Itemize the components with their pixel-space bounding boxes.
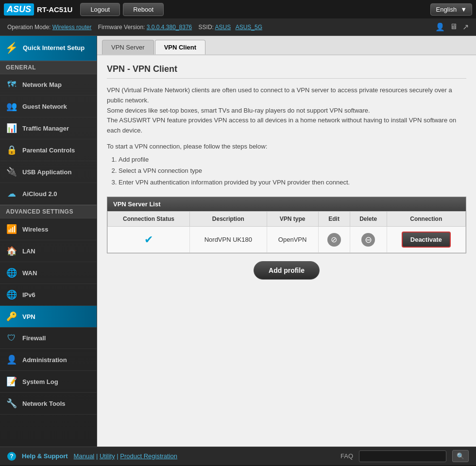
col-edit: Edit [318, 212, 350, 227]
main-layout: ⚡ Quick Internet Setup General 🗺 Network… [0, 36, 476, 447]
guest-network-icon: 👥 [6, 101, 17, 112]
ssid-5g-value[interactable]: ASUS_5G [236, 24, 262, 31]
status-icons: 👤 🖥 ↗ [435, 22, 469, 32]
status-text: Operation Mode: Wireless router Firmware… [7, 24, 262, 31]
sidebar-item-network-map[interactable]: 🗺 Network Map [0, 74, 97, 96]
ssid-label: SSID: [199, 24, 214, 31]
add-profile-button[interactable]: Add profile [254, 261, 320, 280]
help-support-label: Help & Support [22, 452, 68, 460]
share-icon[interactable]: ↗ [462, 22, 469, 32]
page-content: VPN - VPN Client VPN (Virtual Private Ne… [97, 55, 476, 447]
nav-label-network-map: Network Map [22, 81, 62, 88]
model-name: RT-AC51U [37, 5, 72, 14]
nav-label-lan: LAN [22, 248, 35, 255]
nav-label-wan: WAN [22, 269, 37, 277]
utility-link[interactable]: Utility [100, 452, 115, 460]
step-2: Select a VPN connection type [119, 165, 466, 176]
language-selector[interactable]: English ▼ [430, 3, 472, 16]
firmware-value[interactable]: 3.0.0.4.380_8376 [147, 24, 192, 31]
nav-label-vpn: VPN [22, 313, 35, 320]
col-connection-status: Connection Status [108, 212, 190, 227]
quick-setup-label: Quick Internet Setup [23, 44, 85, 52]
sidebar-item-vpn[interactable]: 🔑 VPN [0, 306, 97, 328]
sidebar-item-usb-application[interactable]: 🔌 USB Application [0, 161, 97, 183]
wireless-icon: 📶 [6, 224, 17, 234]
sidebar-item-administration[interactable]: 👤 Administration [0, 349, 97, 371]
sidebar-item-wireless[interactable]: 📶 Wireless [0, 218, 97, 240]
content-area: VPN Server VPN Client VPN - VPN Client V… [97, 36, 476, 447]
sidebar-item-firewall[interactable]: 🛡 Firewall [0, 328, 97, 349]
description-para1: VPN (Virtual Private Network) clients ar… [107, 85, 466, 136]
tab-vpn-server[interactable]: VPN Server [102, 40, 154, 54]
tab-vpn-client[interactable]: VPN Client [155, 40, 205, 54]
nav-label-aicloud: AiCloud 2.0 [22, 190, 57, 198]
col-vpn-type: VPN type [267, 212, 318, 227]
usb-application-icon: 🔌 [6, 166, 17, 177]
quick-internet-setup[interactable]: ⚡ Quick Internet Setup [0, 36, 97, 61]
nav-label-ipv6: IPv6 [22, 291, 35, 299]
help-icon: ? [7, 452, 16, 461]
page-title: VPN - VPN Client [107, 64, 466, 79]
deactivate-button[interactable]: Deactivate [402, 232, 451, 248]
bottom-bar: ? Help & Support Manual | Utility | Prod… [0, 447, 476, 465]
nav-label-wireless: Wireless [22, 226, 48, 233]
lan-icon: 🏠 [6, 246, 17, 256]
tabs-bar: VPN Server VPN Client [97, 36, 476, 55]
col-connection: Connection [387, 212, 465, 227]
monitor-icon[interactable]: 🖥 [450, 22, 458, 32]
sidebar-item-wan[interactable]: 🌐 WAN [0, 262, 97, 284]
sidebar-item-network-tools[interactable]: 🔧 Network Tools [0, 393, 97, 415]
asus-logo: ASUS [4, 3, 34, 16]
logout-button[interactable]: Logout [80, 3, 120, 16]
vpn-icon: 🔑 [6, 311, 17, 322]
row-edit: ⊘ [318, 227, 350, 253]
step-1: Add profile [119, 154, 466, 165]
advanced-section-header: Advanced Settings [0, 205, 97, 218]
steps-list: Add profile Select a VPN connection type… [107, 154, 466, 188]
vpn-server-table: Connection Status Description VPN type E… [107, 211, 466, 253]
op-mode-label: Operation Mode: [7, 24, 51, 31]
sidebar-item-system-log[interactable]: 📝 System Log [0, 371, 97, 393]
vpn-table-header: VPN Server List [107, 197, 466, 211]
faq-label: FAQ [340, 452, 353, 460]
search-button[interactable]: 🔍 [452, 450, 469, 462]
network-tools-icon: 🔧 [6, 398, 17, 409]
reboot-button[interactable]: Reboot [123, 3, 164, 16]
firewall-icon: 🛡 [6, 333, 17, 343]
administration-icon: 👤 [6, 354, 17, 365]
sidebar-item-ipv6[interactable]: 🌐 IPv6 [0, 284, 97, 306]
sidebar-item-guest-network[interactable]: 👥 Guest Network [0, 96, 97, 117]
nav-label-network-tools: Network Tools [22, 400, 66, 407]
nav-label-parental-controls: Parental Controls [22, 147, 75, 154]
vpn-table-container: VPN Server List Connection Status Descri… [107, 197, 466, 253]
chevron-down-icon: ▼ [460, 6, 467, 13]
op-mode-value[interactable]: Wireless router [52, 24, 92, 31]
edit-button[interactable]: ⊘ [327, 233, 341, 247]
nav-label-firewall: Firewall [22, 334, 46, 342]
top-nav: ASUS RT-AC51U Logout Reboot English ▼ [0, 0, 476, 18]
ssid-value[interactable]: ASUS [215, 24, 231, 31]
row-vpn-type: OpenVPN [267, 227, 318, 253]
col-description: Description [189, 212, 267, 227]
row-status: ✔ [108, 227, 190, 253]
traffic-manager-icon: 📊 [6, 123, 17, 133]
connection-status-icon: ✔ [144, 233, 153, 246]
manual-link[interactable]: Manual [74, 452, 95, 460]
sidebar: ⚡ Quick Internet Setup General 🗺 Network… [0, 36, 97, 447]
product-registration-link[interactable]: Product Registration [120, 452, 177, 460]
help-links: Manual | Utility | Product Registration [74, 452, 177, 460]
delete-button[interactable]: ⊖ [361, 233, 375, 247]
sidebar-item-lan[interactable]: 🏠 LAN [0, 240, 97, 262]
sidebar-item-aicloud[interactable]: ☁ AiCloud 2.0 [0, 183, 97, 205]
nav-label-administration: Administration [22, 356, 67, 364]
sidebar-item-traffic-manager[interactable]: 📊 Traffic Manager [0, 117, 97, 139]
nav-label-traffic-manager: Traffic Manager [22, 125, 69, 132]
user-icon[interactable]: 👤 [435, 22, 445, 32]
steps-intro: To start a VPN connection, please follow… [107, 143, 466, 150]
nav-label-usb-application: USB Application [22, 168, 71, 176]
sidebar-item-parental-controls[interactable]: 🔒 Parental Controls [0, 139, 97, 161]
faq-search-input[interactable] [359, 450, 446, 462]
table-row: ✔ NordVPN UK180 OpenVPN ⊘ ⊖ Deacti [108, 227, 466, 253]
quick-setup-icon: ⚡ [5, 42, 18, 54]
logo-area: ASUS RT-AC51U [4, 3, 72, 16]
